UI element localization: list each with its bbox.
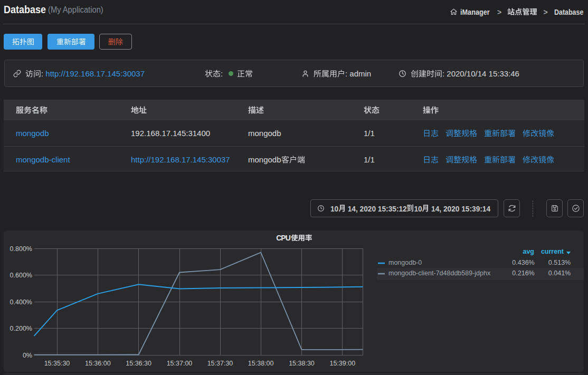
- svg-text:15:36:00: 15:36:00: [85, 360, 111, 367]
- svg-text:15:37:30: 15:37:30: [207, 360, 233, 367]
- svg-text:15:39:00: 15:39:00: [329, 360, 355, 367]
- svg-text:15:38:30: 15:38:30: [289, 360, 315, 367]
- svg-text:15:36:30: 15:36:30: [126, 360, 151, 367]
- svg-text:0.400%: 0.400%: [10, 299, 32, 306]
- svg-text:15:35:30: 15:35:30: [44, 360, 70, 367]
- svg-text:15:38:00: 15:38:00: [248, 360, 274, 367]
- svg-text:0%: 0%: [23, 352, 32, 359]
- svg-text:15:37:00: 15:37:00: [167, 360, 193, 367]
- svg-text:0.200%: 0.200%: [10, 325, 32, 332]
